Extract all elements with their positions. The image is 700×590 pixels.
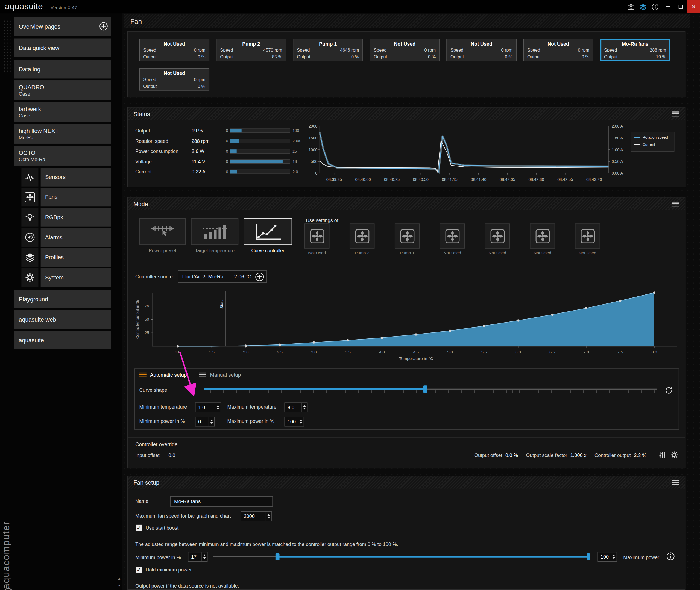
controller-source-select[interactable]: Fluid/Air ?t Mo-Ra 2.06 °C	[178, 270, 267, 283]
minimum-power-input[interactable]: 0	[195, 417, 215, 427]
svg-text:Controller output in %: Controller output in %	[135, 300, 140, 339]
override-gear-icon[interactable]	[670, 451, 679, 459]
sidebar-item-overview-pages[interactable]: Overview pages	[14, 17, 111, 36]
fan-max-power-label: Maximum power	[623, 555, 659, 560]
sidebar-item-high-flow-next[interactable]: high flow NEXTMo-Ra	[14, 124, 111, 144]
fan-icon	[535, 229, 550, 243]
use-settings-of-label: Use settings of	[306, 218, 338, 223]
sidebar-scrollbar[interactable]: ▲▼	[117, 577, 121, 588]
svg-text:08:40:50: 08:40:50	[413, 177, 429, 182]
layers-icon[interactable]	[637, 1, 649, 13]
use-settings-fan-button[interactable]: Not Used	[575, 223, 600, 255]
sidebar-item-profiles[interactable]: Profiles	[21, 248, 111, 267]
spinner-arrows[interactable]	[201, 552, 207, 561]
minimum-temperature-input[interactable]: 1.0	[195, 402, 221, 412]
slider-thumb[interactable]	[275, 553, 280, 560]
fan-tile[interactable]: Not Used Speed0 rpm Output0 %	[140, 68, 209, 91]
svg-text:4.5: 4.5	[413, 350, 419, 354]
sidebar-item-fans[interactable]: Fans	[21, 188, 111, 207]
sidebar-item-quadro[interactable]: QUADROCase	[14, 80, 111, 100]
menu-icon[interactable]	[672, 201, 679, 206]
fan-tile[interactable]: Pump 1 Speed4646 rpm Output0 %	[293, 39, 363, 61]
use-start-boost-checkbox[interactable]	[136, 525, 142, 531]
input-offset-label: Input offset	[135, 452, 160, 458]
use-start-boost-label: Use start boost	[146, 525, 178, 531]
spinner-arrows[interactable]	[611, 552, 616, 561]
maximum-power-input[interactable]: 100	[284, 417, 304, 427]
sidebar-item-rgbpx[interactable]: RGBpx	[21, 208, 111, 227]
scroll-up-icon[interactable]: ▲	[117, 577, 121, 580]
alarm-icon	[21, 228, 38, 247]
fan-max-power-input[interactable]: 100	[597, 552, 617, 562]
slider-thumb[interactable]	[423, 385, 428, 393]
minimize-button[interactable]	[661, 0, 674, 13]
unavailable-note: Output power if the data source is not a…	[135, 583, 239, 589]
tab-manual-setup[interactable]: Manual setup	[199, 372, 241, 378]
status-row: Rotation speed288 rpm02000	[135, 136, 305, 146]
use-settings-fan-button[interactable]: Pump 1	[395, 223, 420, 255]
use-settings-fan-button[interactable]: Pump 2	[350, 223, 374, 255]
spinner-arrows[interactable]	[301, 403, 307, 412]
fan-tile[interactable]: Pump 2 Speed4570 rpm Output85 %	[216, 39, 286, 61]
fan-name-label: Name	[135, 498, 149, 504]
sidebar-item-data-quick-view[interactable]: Data quick view	[14, 38, 111, 57]
sidebar-item-data-log[interactable]: Data log	[14, 60, 111, 79]
use-settings-fan-button[interactable]: Not Used	[485, 223, 510, 255]
sidebar-item-aquasuite[interactable]: aquasuite	[14, 330, 111, 350]
fan-tile-selected[interactable]: Mo-Ra fans Speed288 rpm Output19 %	[600, 39, 670, 61]
sidebar-item-farbwerk[interactable]: farbwerkCase	[14, 102, 111, 122]
scroll-down-icon[interactable]: ▼	[117, 584, 121, 588]
override-sliders-icon[interactable]	[658, 451, 667, 459]
svg-text:2.0: 2.0	[243, 350, 249, 354]
info-icon[interactable]	[649, 1, 661, 13]
menu-icon[interactable]	[672, 480, 679, 485]
sidebar-item-sensors[interactable]: Sensors	[21, 168, 111, 187]
setup-tabs: Automatic setup Manual setup	[140, 372, 241, 378]
maximum-temperature-input[interactable]: 8.0	[284, 402, 308, 412]
sidebar-item-alarms[interactable]: Alarms	[21, 228, 111, 247]
slider-end-thumb[interactable]	[587, 553, 590, 560]
status-panel: Status Output19 %0100 Rotation speed288 …	[127, 107, 686, 187]
gear-icon	[21, 268, 38, 287]
min-power-slider[interactable]	[213, 553, 590, 561]
screenshot-icon[interactable]	[625, 1, 637, 13]
hold-minimum-power-checkbox[interactable]	[136, 567, 142, 573]
spinner-arrows[interactable]	[266, 512, 271, 521]
status-row: Output19 %0100	[135, 125, 305, 136]
fan-tile[interactable]: Not Used Speed0 rpm Output0 %	[369, 39, 440, 61]
use-settings-fan-button[interactable]: Not Used	[304, 223, 329, 255]
mode-target-temperature-button[interactable]: Target temperature	[191, 218, 238, 253]
svg-text:3.0: 3.0	[311, 350, 317, 354]
max-power-info-icon[interactable]	[666, 552, 675, 561]
sidebar-item-system[interactable]: System	[21, 268, 111, 287]
menu-icon[interactable]	[672, 111, 679, 116]
max-fan-speed-input[interactable]: 2000	[241, 511, 272, 521]
spinner-arrows[interactable]	[215, 403, 221, 412]
fan-tile[interactable]: Not Used Speed0 rpm Output0 %	[140, 39, 209, 61]
add-source-icon[interactable]	[255, 272, 264, 281]
tab-automatic-setup[interactable]: Automatic setup	[140, 372, 187, 378]
mode-curve-controller-button[interactable]: Curve controller	[244, 218, 292, 253]
fan-name-input[interactable]: Mo-Ra fans	[170, 496, 273, 507]
fan-min-power-input[interactable]: 17	[188, 552, 208, 562]
aquasuite-window: aquasuite Version X.47 ✕ Overview pages …	[0, 0, 700, 590]
sidebar-item-playground[interactable]: Playground	[14, 290, 111, 308]
fan-tile[interactable]: Not Used Speed0 rpm Output0 %	[446, 39, 516, 61]
maximize-button[interactable]	[674, 0, 687, 13]
mode-power-preset-button[interactable]: Power preset	[140, 218, 186, 253]
status-bar	[230, 149, 290, 153]
close-button[interactable]: ✕	[687, 0, 700, 13]
spinner-arrows[interactable]	[208, 417, 214, 426]
hold-minimum-power-label: Hold minimum power	[146, 567, 192, 573]
use-settings-fan-button[interactable]: Not Used	[530, 223, 555, 255]
curve-controller-chart[interactable]: Controller output in %2550751.01.52.02.5…	[127, 288, 686, 365]
fan-tile[interactable]: Not Used Speed0 rpm Output0 %	[523, 39, 593, 61]
use-settings-fan-button[interactable]: Not Used	[440, 223, 465, 255]
sidebar-item-aquasuite-web[interactable]: aquasuite web	[14, 310, 111, 329]
sidebar-item-octo[interactable]: OCTOOcto Mo-Ra	[14, 146, 111, 166]
add-overview-page-icon[interactable]	[99, 22, 108, 31]
output-scale-label: Output scale factor	[526, 452, 567, 458]
curve-shape-slider[interactable]	[204, 385, 657, 393]
spinner-arrows[interactable]	[298, 417, 303, 426]
reset-curve-icon[interactable]	[664, 386, 673, 395]
